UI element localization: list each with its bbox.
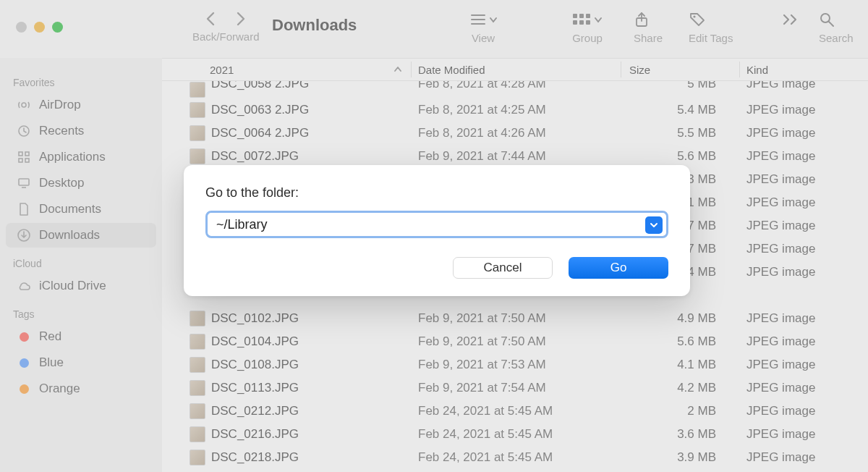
- dialog-prompt: Go to the folder:: [205, 185, 668, 201]
- chevron-down-icon: [650, 221, 658, 229]
- go-to-folder-dialog: Go to the folder: Cancel Go: [184, 165, 690, 296]
- folder-path-combobox[interactable]: [205, 211, 668, 238]
- dialog-actions: Cancel Go: [205, 257, 668, 279]
- finder-window: Back/Forward Downloads View Group Share: [0, 0, 868, 472]
- combobox-dropdown-button[interactable]: [645, 216, 663, 234]
- go-button[interactable]: Go: [569, 257, 668, 279]
- cancel-button[interactable]: Cancel: [453, 257, 553, 279]
- folder-path-input[interactable]: [208, 217, 666, 232]
